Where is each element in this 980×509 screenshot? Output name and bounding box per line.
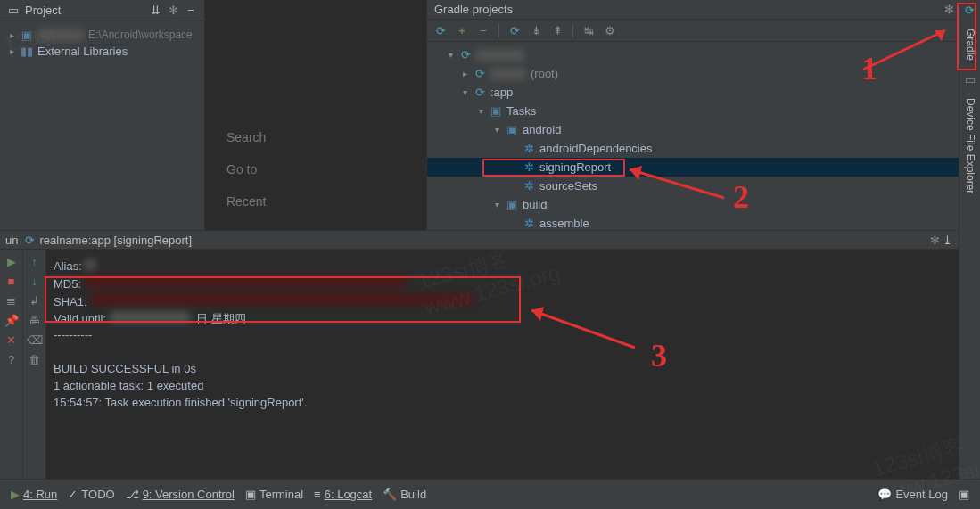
gradle-tasks-folder[interactable]: ▾ ▣ Tasks	[427, 102, 980, 120]
editor-empty-state: Search Go to Recent	[205, 0, 427, 230]
tasks-label: Tasks	[506, 104, 536, 118]
run-gutter-secondary: ↑ ↓ ↲ 🖶 ⌫ 🗑	[23, 250, 46, 479]
hide-icon[interactable]: −	[185, 4, 197, 17]
trash-icon[interactable]: 🗑	[29, 353, 41, 365]
project-tool-window: ▭ Project ⇊ ✻ − ▸ ▣ E:\Android\workspace…	[0, 0, 205, 230]
folder-icon: ▣	[490, 105, 502, 118]
task-signingReport[interactable]: ✲ signingReport	[427, 158, 980, 177]
task-icon: ✲	[523, 218, 535, 230]
project-root-node[interactable]: ▸ ▣ E:\Android\workspace	[4, 27, 201, 43]
up-icon[interactable]: ↑	[29, 255, 41, 267]
run-config-icon: ⟳	[23, 234, 36, 246]
build-toolstrip-button[interactable]: 🔨Build	[377, 488, 432, 501]
goto-hint: Go to	[226, 162, 405, 177]
gradle-app-module[interactable]: ▾ ⟳ :app	[427, 83, 980, 102]
vcs-toolstrip-button[interactable]: ⎇9: Version Control	[120, 488, 240, 501]
gradle-tool-window: Gradle projects ✻ − ⟳ + − ⟳ ⇟ ⇞ ↹ ⚙ ▾ ⟳ …	[427, 0, 980, 230]
gradle-tab-label[interactable]: Gradle	[964, 25, 976, 64]
gradle-tree[interactable]: ▾ ⟳ ▸ ⟳ (root) ▾ ⟳ :app ▾ ▣ Tasks ▾	[427, 42, 980, 236]
run-panel-header: un ⟳ realname:app [signingReport] ✻ ⤓	[0, 230, 959, 250]
collapse-all-icon[interactable]: ⇞	[551, 24, 564, 37]
chevron-right-icon: ▸	[7, 30, 16, 40]
help-icon[interactable]: ?	[5, 353, 18, 365]
project-icon: ▭	[7, 4, 20, 17]
run-toolstrip-button[interactable]: ▶4: Run	[5, 488, 62, 501]
remove-icon[interactable]: −	[477, 24, 490, 37]
task-icon: ✲	[523, 161, 535, 174]
task-sourceSets[interactable]: ✲ sourceSets	[427, 177, 980, 195]
close-icon[interactable]: ✕	[5, 333, 18, 346]
add-icon[interactable]: +	[456, 24, 468, 37]
separator	[572, 23, 573, 37]
expand-all-icon[interactable]: ⇟	[530, 24, 542, 37]
run-config-name: realname:app [signingReport]	[39, 234, 192, 247]
gradle-toolbar: ⟳ + − ⟳ ⇟ ⇞ ↹ ⚙	[427, 20, 980, 42]
project-root-path: E:\Android\workspace	[88, 29, 193, 41]
logcat-toolstrip-button[interactable]: ≡6: Logcat	[309, 488, 377, 501]
chevron-down-icon: ▾	[446, 50, 455, 60]
module-icon: ▣	[21, 29, 33, 41]
right-tool-strip: ⟳ Gradle ▭ Device File Explorer	[959, 0, 980, 479]
rerun-icon[interactable]: ▶	[5, 255, 18, 267]
gradle-panel-header: Gradle projects ✻ −	[427, 0, 980, 20]
task-label: androidDependencies	[539, 142, 652, 155]
search-everywhere-hint: Search	[226, 130, 405, 144]
stop-icon[interactable]: ■	[5, 275, 18, 287]
project-panel-title: Project	[25, 4, 144, 17]
run-tab-prefix: un	[5, 234, 18, 247]
down-icon[interactable]: ↓	[29, 275, 41, 287]
pin-icon[interactable]: 📌	[5, 314, 18, 326]
gradle-root[interactable]: ▾ ⟳	[427, 45, 980, 64]
chevron-right-icon: ▸	[7, 46, 16, 56]
external-libraries-node[interactable]: ▸ ▮▮ External Libraries	[4, 43, 201, 60]
chevron-down-icon: ▾	[476, 106, 485, 116]
gradle-android-group[interactable]: ▾ ▣ android	[427, 120, 980, 139]
device-explorer-icon[interactable]: ▭	[964, 73, 976, 86]
settings-icon[interactable]: ⚙	[604, 24, 616, 37]
eventlog-toolstrip-button[interactable]: 💬Event Log	[872, 488, 953, 501]
root-suffix: (root)	[531, 67, 558, 80]
print-icon[interactable]: 🖶	[29, 314, 41, 326]
run-console[interactable]: Alias: MD5: SHA1: Valid until: 日 星期四 ---…	[46, 250, 959, 479]
statusbar-corner[interactable]: ▣	[953, 488, 975, 501]
gradle-module-icon: ⟳	[474, 86, 486, 99]
folder-icon: ▣	[506, 124, 518, 136]
toggle-offline-icon[interactable]: ↹	[582, 24, 595, 37]
project-tree[interactable]: ▸ ▣ E:\Android\workspace ▸ ▮▮ External L…	[0, 21, 204, 65]
gear-icon[interactable]: ✻	[167, 4, 179, 17]
scroll-icon[interactable]: ≣	[5, 294, 18, 307]
device-explorer-tab-label[interactable]: Device File Explorer	[964, 94, 976, 197]
recent-hint: Recent	[226, 194, 405, 209]
app-module-label: :app	[490, 86, 513, 99]
refresh-icon[interactable]: ⟳	[434, 24, 447, 37]
external-libraries-label: External Libraries	[37, 45, 128, 58]
gradle-panel-title: Gradle projects	[434, 3, 937, 16]
gradle-module-icon: ⟳	[459, 49, 472, 62]
execute-icon[interactable]: ⟳	[508, 24, 521, 37]
download-icon[interactable]: ⤓	[941, 234, 953, 246]
gear-icon[interactable]: ✻	[943, 4, 955, 16]
gradle-tab-icon[interactable]: ⟳	[964, 4, 976, 16]
console-output[interactable]: Alias: MD5: SHA1: Valid until: 日 星期四 ---…	[54, 259, 951, 412]
gradle-module-icon: ⟳	[474, 68, 486, 80]
library-icon: ▮▮	[21, 45, 33, 58]
separator	[498, 23, 499, 37]
chevron-down-icon: ▾	[492, 125, 501, 135]
task-androidDependencies[interactable]: ✲ androidDependencies	[427, 139, 980, 158]
build-group-label: build	[523, 198, 547, 211]
terminal-toolstrip-button[interactable]: ▣Terminal	[240, 488, 309, 501]
run-gutter-primary: ▶ ■ ≣ 📌 ✕ ?	[0, 250, 23, 479]
clear-icon[interactable]: ⌫	[29, 333, 41, 346]
project-name-blurred	[37, 29, 84, 41]
gradle-root-project[interactable]: ▸ ⟳ (root)	[427, 64, 980, 83]
project-panel-header: ▭ Project ⇊ ✻ −	[0, 0, 204, 21]
collapse-icon[interactable]: ⇊	[149, 4, 161, 17]
gradle-build-group[interactable]: ▾ ▣ build	[427, 195, 980, 214]
wrap-icon[interactable]: ↲	[29, 294, 41, 307]
android-group-label: android	[523, 123, 561, 136]
task-icon: ✲	[523, 180, 535, 193]
task-label: sourceSets	[539, 179, 597, 193]
root-name-blurred	[476, 50, 524, 61]
todo-toolstrip-button[interactable]: ✓TODO	[62, 488, 119, 501]
gear-icon[interactable]: ✻	[928, 234, 941, 246]
